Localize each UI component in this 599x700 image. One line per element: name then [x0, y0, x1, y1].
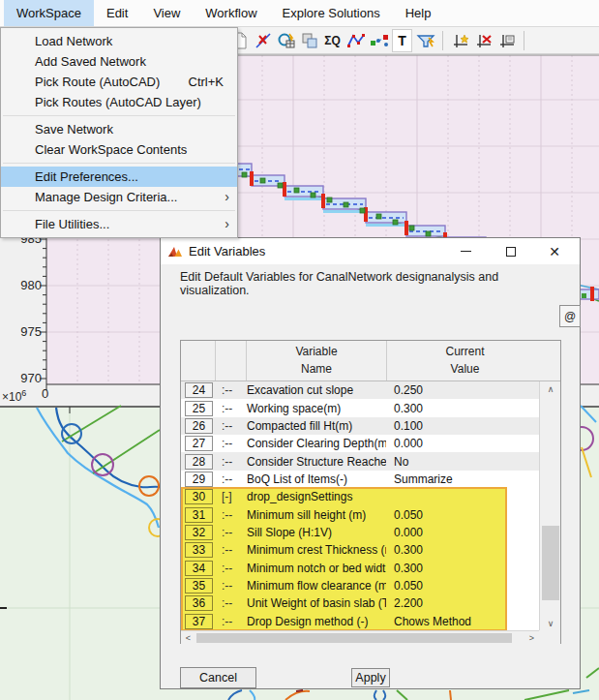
menu-item-save-network[interactable]: Save Network [1, 119, 237, 139]
toolbar-separator [442, 31, 443, 50]
table-row-25[interactable]: 25:--Working space(m)0.300 [181, 399, 539, 416]
current-value-cell[interactable]: Chows Method [386, 615, 539, 628]
current-value-cell[interactable]: 0.250 [386, 383, 539, 397]
current-value-cell[interactable]: Summarize [386, 472, 539, 486]
row-number-cell[interactable]: 29 [185, 472, 213, 487]
horizontal-scroll-thumb[interactable] [196, 633, 512, 643]
close-button[interactable]: ✕ [538, 238, 571, 264]
table-row-36[interactable]: 36:--Unit Weight of basin slab (To...2.2… [181, 594, 539, 612]
vertical-scroll-thumb[interactable] [542, 526, 559, 600]
variable-name-cell[interactable]: Minimum sill height (m) [246, 508, 386, 522]
current-value-cell[interactable]: 0.300 [386, 402, 539, 415]
table-row-30[interactable]: 30[-]drop_designSettings [181, 488, 539, 505]
variable-name-cell[interactable]: Unit Weight of basin slab (To... [246, 596, 386, 610]
pick-route-icon[interactable] [253, 29, 273, 52]
at-button[interactable]: @ [559, 305, 581, 327]
row-number-cell[interactable]: 27 [185, 436, 213, 451]
axes-report-icon[interactable] [496, 29, 517, 52]
delete-axes-icon[interactable] [473, 29, 494, 52]
layers-icon[interactable] [299, 29, 319, 52]
table-row-26[interactable]: 26:--Compacted fill Ht(m)0.100 [181, 417, 539, 435]
apply-button[interactable]: Apply [351, 668, 390, 687]
menu-workflow[interactable]: Workflow [193, 0, 269, 26]
row-number-cell[interactable]: 31 [185, 507, 213, 523]
row-number-cell[interactable]: 32 [185, 525, 213, 540]
variable-name-cell[interactable]: Minimum notch or bed width ... [246, 562, 386, 575]
menu-view[interactable]: View [140, 0, 193, 26]
menu-explore-solutions[interactable]: Explore Solutions [270, 0, 393, 26]
table-row-24[interactable]: 24:--Excavation cut slope0.250 [181, 381, 539, 399]
variable-name-cell[interactable]: drop_designSettings [246, 490, 386, 503]
row-number-cell[interactable]: 28 [185, 454, 213, 470]
current-value-cell[interactable]: 0.100 [386, 419, 539, 433]
table-row-33[interactable]: 33:--Minimum crest Thickness (m)0.300 [181, 541, 539, 559]
row-number-cell[interactable]: 35 [185, 578, 213, 593]
menu-item-edit-preferences[interactable]: Edit Preferences... [1, 167, 237, 187]
current-value-cell[interactable]: 0.300 [386, 543, 539, 557]
current-value-cell[interactable]: No [386, 455, 539, 469]
row-number-cell[interactable]: 26 [185, 418, 213, 434]
variable-name-cell[interactable]: Working space(m) [246, 402, 386, 415]
variable-name-cell[interactable]: BoQ List of Items(-) [246, 472, 386, 486]
variable-name-cell[interactable]: Sill Slope (H:1V) [246, 526, 386, 539]
variable-name-cell[interactable]: Drop Design method (-) [246, 615, 386, 628]
current-value-cell[interactable]: 0.300 [386, 562, 539, 575]
flume-structure-icon[interactable] [415, 29, 435, 52]
menu-shortcut: Ctrl+K [189, 75, 237, 89]
scroll-down-icon[interactable]: ∨ [540, 616, 561, 630]
menu-item-clear-workspace-contents[interactable]: Clear WorkSpace Contents [1, 139, 237, 160]
table-row-34[interactable]: 34:--Minimum notch or bed width ...0.300 [181, 560, 539, 577]
scroll-left-icon[interactable]: < [181, 631, 195, 645]
variable-name-cell[interactable]: Consider Structure Reaches... [246, 455, 386, 469]
menu-item-file-utilities[interactable]: File Utilities...› [1, 214, 237, 234]
horizontal-scrollbar[interactable]: < > [181, 630, 539, 644]
variable-name-cell[interactable]: Compacted fill Ht(m) [246, 419, 386, 433]
table-row-29[interactable]: 29:--BoQ List of Items(-)Summarize [181, 471, 539, 488]
menu-item-pick-route-autocad[interactable]: Pick Route (AutoCAD)Ctrl+K [1, 72, 237, 92]
menu-help[interactable]: Help [393, 0, 444, 26]
row-number-cell[interactable]: 36 [185, 595, 213, 611]
header-current-value[interactable]: Current Value [386, 341, 543, 380]
header-variable-name[interactable]: Variable Name [246, 341, 386, 380]
table-row-28[interactable]: 28:--Consider Structure Reaches...No [181, 452, 539, 470]
current-value-cell[interactable]: 0.050 [386, 508, 539, 522]
scroll-right-icon[interactable]: > [524, 631, 539, 645]
current-value-cell[interactable]: 2.200 [386, 596, 539, 610]
row-number-cell[interactable]: 37 [185, 614, 213, 629]
table-row-31[interactable]: 31:--Minimum sill height (m)0.050 [181, 506, 539, 524]
row-number-cell[interactable]: 25 [185, 401, 213, 416]
variable-name-cell[interactable]: Consider Clearing Depth(m): [246, 437, 386, 450]
row-number-cell[interactable]: 33 [185, 542, 213, 558]
table-row-37[interactable]: 37:--Drop Design method (-)Chows Method [181, 613, 539, 630]
current-value-cell[interactable]: 0.000 [386, 437, 539, 450]
text-annotation-icon[interactable]: T [392, 29, 412, 52]
table-row-27[interactable]: 27:--Consider Clearing Depth(m):0.000 [181, 435, 539, 452]
menu-workspace[interactable]: WorkSpace [4, 0, 94, 26]
menu-item-load-network[interactable]: Load Network [1, 31, 237, 51]
table-row-32[interactable]: 32:--Sill Slope (H:1V)0.000 [181, 524, 539, 541]
variable-name-cell[interactable]: Minimum flow clearance (m) [246, 579, 386, 593]
variable-name-cell[interactable]: Excavation cut slope [246, 383, 386, 397]
current-value-cell[interactable]: 0.000 [386, 526, 539, 539]
current-value-cell[interactable]: 0.050 [386, 579, 539, 593]
table-row-35[interactable]: 35:--Minimum flow clearance (m)0.050 [181, 577, 539, 594]
sum-q-icon[interactable]: ΣQ [322, 29, 343, 52]
cancel-button[interactable]: Cancel [180, 667, 256, 688]
row-number-cell[interactable]: 30 [185, 489, 213, 504]
design-table-icon[interactable] [276, 29, 296, 52]
variable-name-cell[interactable]: Minimum crest Thickness (m) [246, 543, 386, 557]
node-network-icon[interactable] [369, 29, 389, 52]
dialog-titlebar[interactable]: Edit Variables ✕ [161, 238, 580, 264]
vertical-scrollbar[interactable]: ∧ ∨ [539, 381, 560, 630]
add-axes-icon[interactable] [450, 29, 470, 52]
row-number-cell[interactable]: 24 [185, 382, 213, 398]
minimize-button[interactable] [449, 238, 482, 264]
maximize-button[interactable] [494, 238, 527, 264]
scroll-up-icon[interactable]: ∧ [540, 381, 561, 396]
menu-item-pick-routes-autocad-layer[interactable]: Pick Routes (AutoCAD Layer) [1, 92, 237, 112]
row-number-cell[interactable]: 34 [185, 561, 213, 576]
menu-item-add-saved-network[interactable]: Add Saved Network [1, 51, 237, 72]
menu-item-manage-design-criteria[interactable]: Manage Design Criteria...› [1, 187, 237, 207]
menu-edit[interactable]: Edit [94, 0, 140, 26]
profile-polyline-icon[interactable] [345, 29, 366, 52]
